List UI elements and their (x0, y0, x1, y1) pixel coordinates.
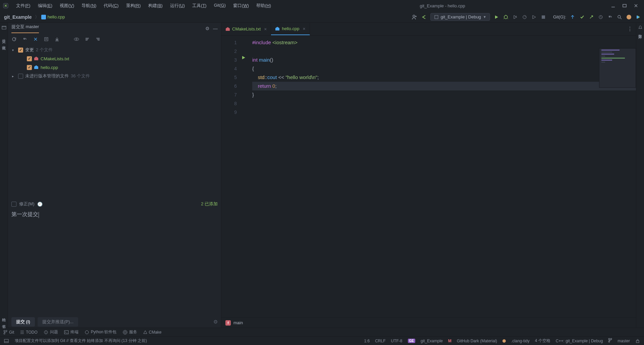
chevron-down-icon[interactable]: ▾ (12, 48, 16, 52)
menu-item-c[interactable]: 代码(C) (100, 1, 122, 10)
lock-icon[interactable] (635, 339, 640, 343)
tabs-more-icon[interactable]: ⋮ (627, 26, 633, 32)
close-tab-icon[interactable]: × (303, 26, 305, 31)
breadcrumb-project[interactable]: git_Example (3, 14, 33, 20)
project-tool-icon[interactable] (1, 25, 7, 30)
menu-item-r[interactable]: 重构(R) (123, 1, 144, 10)
minimize-button[interactable] (610, 3, 616, 8)
back-build-icon[interactable] (421, 14, 427, 20)
unversioned-group[interactable]: ▸ 未进行版本管理的文件 36 个文件 (8, 72, 221, 80)
left-stripe-item-structure[interactable]: 结构 (1, 315, 6, 316)
bottom-tool-问题[interactable]: 问题 (44, 329, 58, 335)
diff-icon[interactable] (33, 37, 38, 42)
run-icon[interactable] (493, 14, 499, 20)
ide-actions-icon[interactable] (635, 14, 641, 20)
menu-item-v[interactable]: 视图(V) (56, 1, 77, 10)
shelve-icon[interactable] (54, 37, 60, 42)
changelist-icon[interactable] (44, 37, 49, 42)
attach-icon[interactable] (531, 14, 537, 20)
status-config[interactable]: C++: git_Example | Debug (556, 339, 603, 343)
code-line[interactable]: return 0; (252, 82, 636, 90)
gear-icon[interactable]: ⚙ (205, 26, 210, 31)
menu-item-t[interactable]: 工具(T) (189, 1, 210, 10)
function-name[interactable]: main (233, 320, 243, 325)
status-message[interactable]: 项目配置文件可以添加到 Git // 查看文件 始终添加 不再询问 (13 分钟… (15, 338, 147, 344)
chevron-right-icon[interactable]: ▸ (12, 74, 16, 78)
tool-windows-icon[interactable] (4, 339, 9, 343)
code-line[interactable]: { (252, 64, 636, 73)
encoding[interactable]: UTF-8 (391, 339, 402, 343)
bottom-tool-git[interactable]: Git (3, 330, 14, 335)
amend-checkbox[interactable] (11, 202, 16, 207)
menu-item-u[interactable]: 运行(U) (167, 1, 188, 10)
avatar-icon[interactable] (626, 14, 632, 20)
change-file-row[interactable]: ✓hello.cpp (8, 63, 221, 72)
code-area[interactable]: #include <iostream> int main(){ std::cou… (250, 36, 636, 318)
stop-icon[interactable] (540, 14, 546, 20)
expand-all-icon[interactable] (95, 37, 101, 42)
status-project[interactable]: git_Example (421, 339, 443, 343)
menu-item-n[interactable]: 导航(N) (78, 1, 100, 10)
code-line[interactable] (252, 108, 636, 117)
update-project-icon[interactable] (570, 14, 576, 20)
notifications-icon[interactable] (638, 25, 643, 30)
status-branch[interactable]: master (618, 339, 630, 343)
rollback-changes-icon[interactable] (22, 37, 28, 42)
status-theme[interactable]: GitHub Dark (Material) (457, 339, 497, 343)
code-line[interactable]: #include <iostream> (252, 38, 636, 47)
file-checkbox[interactable]: ✓ (27, 56, 32, 61)
minimap[interactable] (599, 48, 636, 88)
file-checkbox[interactable]: ✓ (27, 65, 32, 70)
commit-and-push-button[interactable]: 提交并推送(P)... (38, 317, 78, 327)
profile-icon[interactable] (522, 14, 528, 20)
commit-options-icon[interactable]: ⚙ (213, 319, 218, 325)
add-user-icon[interactable] (412, 14, 418, 20)
close-tab-icon[interactable]: × (264, 26, 267, 32)
history-icon[interactable] (598, 14, 604, 20)
checkbox-changes[interactable]: ✓ (18, 48, 23, 53)
checkbox-unversioned[interactable] (18, 74, 23, 79)
cursor-position[interactable]: 1:6 (364, 339, 370, 343)
changes-group[interactable]: ▾ ✓ 变更 2 个文件 (8, 46, 221, 54)
breadcrumb-file[interactable]: hello.cpp (41, 14, 65, 19)
status-clang[interactable]: .clang-tidy (511, 339, 530, 343)
coverage-icon[interactable] (512, 14, 518, 20)
commit-icon[interactable] (579, 14, 585, 20)
change-file-row[interactable]: ✓CMakeLists.txt (8, 54, 221, 63)
code-line[interactable]: std::cout << "hello world\n"; (252, 73, 636, 82)
menu-item-h[interactable]: 帮助(H) (253, 1, 274, 10)
bottom-tool-服务[interactable]: 服务 (123, 329, 137, 335)
push-icon[interactable] (588, 14, 594, 20)
hide-icon[interactable]: — (213, 26, 218, 31)
run-gutter-icon[interactable] (241, 56, 250, 60)
commit-message-area[interactable]: 第一次提交 (8, 209, 221, 316)
group-by-icon[interactable] (85, 37, 90, 42)
maximize-button[interactable] (622, 3, 627, 8)
close-button[interactable] (633, 3, 639, 8)
left-stripe-item-commit[interactable]: 提交 (1, 36, 6, 37)
menu-item-f[interactable]: 文件(F) (13, 1, 34, 10)
refresh-icon[interactable] (11, 37, 17, 42)
code-line[interactable] (252, 47, 636, 56)
debug-icon[interactable] (503, 14, 509, 20)
line-separator[interactable]: CRLF (375, 339, 385, 343)
code-line[interactable]: int main() (252, 56, 636, 64)
code-line[interactable] (252, 99, 636, 108)
menu-item-b[interactable]: 构建(B) (145, 1, 166, 10)
right-stripe-item-database[interactable]: 数据库 (638, 31, 643, 32)
preview-diff-icon[interactable] (74, 37, 79, 42)
editor-tab[interactable]: CMakeLists.txt× (221, 23, 271, 35)
left-stripe-item-favorites[interactable]: 收藏 (1, 43, 6, 44)
bottom-tool-todo[interactable]: TODO (20, 330, 37, 335)
editor-tab[interactable]: hello.cpp× (271, 23, 310, 35)
bottom-tool-python 软件包[interactable]: Python 软件包 (85, 329, 117, 335)
status-indent[interactable]: 4 个空格 (535, 338, 550, 344)
code-line[interactable]: } (252, 90, 636, 99)
search-icon[interactable] (616, 14, 623, 20)
commit-button[interactable]: 提交 (I) (11, 317, 35, 327)
rollback-icon[interactable] (607, 14, 613, 20)
menu-item-e[interactable]: 编辑(E) (35, 1, 56, 10)
run-configuration-select[interactable]: git_Example | Debug ▼ (430, 13, 490, 21)
history-icon[interactable]: 🕘 (37, 202, 43, 207)
bottom-tool-cmake[interactable]: CMake (143, 330, 162, 335)
